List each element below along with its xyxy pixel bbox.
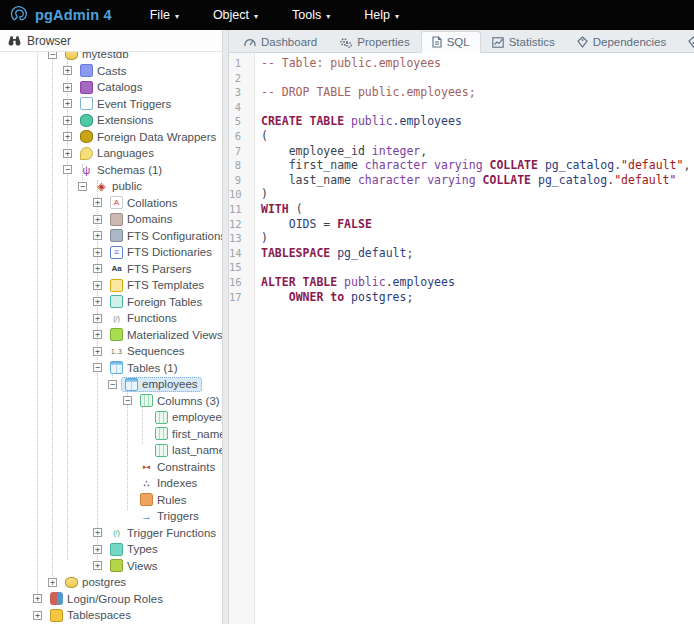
tree-item-casts[interactable]: +Casts bbox=[0, 63, 222, 80]
menu-label: File bbox=[150, 8, 170, 22]
tree-item-functions[interactable]: +(/)Functions bbox=[0, 310, 222, 327]
expand-icon[interactable]: + bbox=[93, 248, 102, 257]
expand-icon[interactable]: + bbox=[63, 149, 72, 158]
tab-dependents[interactable]: Dependents bbox=[677, 31, 694, 53]
sql-token: -- Table: public.employees bbox=[261, 56, 441, 70]
tree-item-public[interactable]: −◈public bbox=[0, 178, 222, 195]
tree-item-fts-dictionaries[interactable]: +≡FTS Dictionaries bbox=[0, 244, 222, 261]
collapse-icon[interactable]: − bbox=[108, 380, 117, 389]
panel-resize-divider[interactable] bbox=[222, 30, 229, 624]
expand-icon[interactable]: + bbox=[93, 528, 102, 537]
tab-sql[interactable]: SQL bbox=[421, 31, 481, 53]
line-number: 7 bbox=[229, 144, 249, 159]
sql-token: WITH bbox=[261, 202, 296, 216]
expand-icon[interactable]: + bbox=[93, 297, 102, 306]
tree-item-extensions[interactable]: +Extensions bbox=[0, 112, 222, 129]
expand-icon[interactable]: + bbox=[93, 231, 102, 240]
expand-icon[interactable]: + bbox=[93, 545, 102, 554]
tab-properties[interactable]: Properties bbox=[328, 31, 420, 53]
collapse-icon[interactable]: − bbox=[48, 52, 57, 59]
tree-item-columns-3[interactable]: −Columns (3) bbox=[0, 393, 222, 410]
tree-item-rules[interactable]: Rules bbox=[0, 492, 222, 509]
tree-item-domains[interactable]: +Domains bbox=[0, 211, 222, 228]
tree-item-first-name[interactable]: first_name bbox=[0, 426, 222, 443]
line-number: 13 bbox=[229, 231, 249, 246]
expand-icon[interactable]: + bbox=[33, 611, 42, 620]
tab-dashboard[interactable]: Dashboard bbox=[233, 31, 328, 53]
tree-item-postgres[interactable]: +postgres bbox=[0, 574, 222, 591]
menu-object[interactable]: Object▾ bbox=[213, 8, 258, 22]
tree-item-catalogs[interactable]: +Catalogs bbox=[0, 79, 222, 96]
expand-icon[interactable]: + bbox=[93, 215, 102, 224]
sql-token: CREATE TABLE bbox=[261, 114, 351, 128]
sql-token: first_name bbox=[261, 158, 365, 172]
tree-item-mytestdb[interactable]: −mytestdb bbox=[0, 52, 222, 63]
expand-icon[interactable]: + bbox=[63, 66, 72, 75]
expand-icon[interactable]: + bbox=[33, 594, 42, 603]
tree-item-tablespaces[interactable]: +Tablespaces bbox=[0, 607, 222, 624]
tree-item-fts-configurations[interactable]: +FTS Configurations bbox=[0, 228, 222, 245]
tree-item-login-group-roles[interactable]: +Login/Group Roles bbox=[0, 591, 222, 608]
expand-icon[interactable]: + bbox=[93, 264, 102, 273]
sql-code-line: 2 bbox=[229, 71, 694, 86]
expand-icon[interactable]: + bbox=[63, 83, 72, 92]
expand-icon[interactable]: + bbox=[63, 99, 72, 108]
tree-item-languages[interactable]: +Languages bbox=[0, 145, 222, 162]
tree-item-trigger-functions[interactable]: +(/)Trigger Functions bbox=[0, 525, 222, 542]
extensions-icon bbox=[80, 114, 93, 127]
tree-item-label: Foreign Data Wrappers bbox=[97, 131, 216, 143]
tree-item-views[interactable]: +Views bbox=[0, 558, 222, 575]
expand-icon[interactable]: + bbox=[63, 132, 72, 141]
sql-editor-pane[interactable]: 1-- Table: public.employees23-- DROP TAB… bbox=[229, 53, 694, 624]
collapse-icon[interactable]: − bbox=[93, 363, 102, 372]
collapse-icon[interactable]: − bbox=[78, 182, 87, 191]
sql-token: , bbox=[683, 158, 690, 172]
expand-icon[interactable]: + bbox=[93, 281, 102, 290]
expand-icon[interactable]: + bbox=[93, 330, 102, 339]
tree-item-materialized-views[interactable]: +Materialized Views bbox=[0, 327, 222, 344]
sql-token: last_name bbox=[261, 173, 358, 187]
tree-item-fts-templates[interactable]: +FTS Templates bbox=[0, 277, 222, 294]
expand-icon[interactable]: + bbox=[63, 116, 72, 125]
tree-item-fts-parsers[interactable]: +AaFTS Parsers bbox=[0, 261, 222, 278]
tree-item-triggers[interactable]: →Triggers bbox=[0, 508, 222, 525]
tree-item-employee-id[interactable]: employee_id bbox=[0, 409, 222, 426]
sql-code-line: 12 OIDS = FALSE bbox=[229, 217, 694, 232]
tab-dependencies[interactable]: Dependencies bbox=[566, 31, 678, 53]
views-icon bbox=[110, 559, 123, 572]
tree-item-indexes[interactable]: ∴Indexes bbox=[0, 475, 222, 492]
menu-tools[interactable]: Tools▾ bbox=[292, 8, 330, 22]
expand-icon[interactable]: + bbox=[93, 561, 102, 570]
tree-item-last-name[interactable]: last_name bbox=[0, 442, 222, 459]
tree-item-foreign-data-wrappers[interactable]: +Foreign Data Wrappers bbox=[0, 129, 222, 146]
tree-item-collations[interactable]: +ACollations bbox=[0, 195, 222, 212]
tree-item-constraints[interactable]: ▸◂Constraints bbox=[0, 459, 222, 476]
tree-item-types[interactable]: +Types bbox=[0, 541, 222, 558]
expand-icon[interactable]: + bbox=[48, 578, 57, 587]
tree-item-label: Functions bbox=[127, 312, 177, 324]
tree-item-event-triggers[interactable]: +Event Triggers bbox=[0, 96, 222, 113]
collations-icon: A bbox=[110, 196, 123, 209]
column-icon bbox=[155, 427, 168, 440]
tree-item-foreign-tables[interactable]: +Foreign Tables bbox=[0, 294, 222, 311]
tab-statistics[interactable]: Statistics bbox=[481, 31, 566, 53]
tree-item-label: Casts bbox=[97, 65, 126, 77]
catalogs-icon bbox=[80, 81, 93, 94]
sequences-icon: 1..3 bbox=[110, 345, 123, 358]
object-browser-tree[interactable]: −mytestdb+Casts+Catalogs+Event Triggers+… bbox=[0, 52, 222, 624]
tab-label: Statistics bbox=[509, 36, 555, 48]
collapse-icon[interactable]: − bbox=[123, 396, 132, 405]
gears-icon bbox=[339, 37, 352, 48]
tree-item-sequences[interactable]: +1..3Sequences bbox=[0, 343, 222, 360]
tree-item-employees[interactable]: −employees bbox=[0, 376, 222, 393]
expand-icon[interactable]: + bbox=[93, 314, 102, 323]
browser-header: Browser bbox=[0, 30, 222, 52]
tree-item-label: Sequences bbox=[127, 345, 185, 357]
menu-file[interactable]: File▾ bbox=[150, 8, 179, 22]
expand-icon[interactable]: + bbox=[93, 198, 102, 207]
expand-icon[interactable]: + bbox=[93, 347, 102, 356]
tree-item-tables-1[interactable]: −Tables (1) bbox=[0, 360, 222, 377]
collapse-icon[interactable]: − bbox=[63, 165, 72, 174]
menu-help[interactable]: Help▾ bbox=[364, 8, 399, 22]
tree-item-schemas-1[interactable]: −ψSchemas (1) bbox=[0, 162, 222, 179]
